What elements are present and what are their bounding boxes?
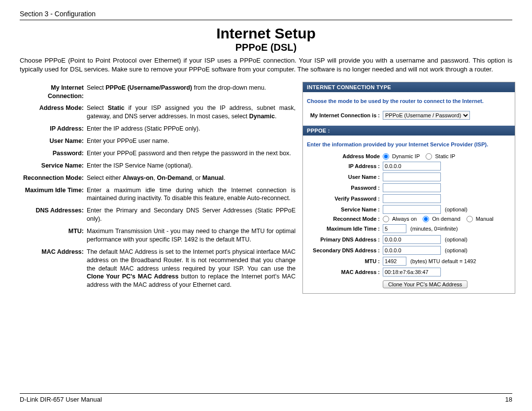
radio-on-demand[interactable] bbox=[423, 216, 429, 222]
term-user: User Name: bbox=[20, 135, 87, 147]
term-ip: IP Address: bbox=[20, 123, 87, 135]
verify-input[interactable] bbox=[383, 194, 441, 203]
mac-input[interactable] bbox=[383, 268, 441, 276]
desc-ip: Enter the IP address (Static PPPoE only)… bbox=[87, 123, 296, 135]
sdns-label: Secondary DNS Address : bbox=[307, 247, 383, 253]
sdns-input[interactable] bbox=[383, 246, 441, 255]
desc-address-mode: Select Static if your ISP assigned you t… bbox=[87, 102, 296, 123]
pdns-optional: (optional) bbox=[445, 237, 467, 242]
footer-page: 18 bbox=[505, 396, 512, 403]
service-label: Service Name : bbox=[307, 206, 383, 212]
desc-mac: The default MAC Address is set to the In… bbox=[87, 246, 296, 291]
desc-reconn: Select either Always-on, On-Demand, or M… bbox=[87, 172, 296, 184]
mtu-label: MTU : bbox=[307, 258, 383, 264]
idle-label: Maximum Idle Time : bbox=[307, 226, 383, 232]
definitions-column: My Internet Connection: Select PPPoE (Us… bbox=[20, 82, 296, 294]
radio-on-demand-label: On demand bbox=[432, 216, 460, 222]
page-title: Internet Setup bbox=[20, 25, 512, 42]
verify-label: Verify Password : bbox=[307, 196, 383, 202]
addr-mode-label: Address Mode bbox=[307, 153, 383, 159]
desc-mtu: Maximum Transmission Unit - you may need… bbox=[87, 225, 296, 246]
term-address-mode: Address Mode: bbox=[20, 102, 87, 123]
reconnect-label: Reconnect Mode : bbox=[307, 216, 383, 222]
mac-label: MAC Address : bbox=[307, 269, 383, 275]
clone-mac-button[interactable]: Clone Your PC's MAC Address bbox=[383, 280, 467, 288]
top-rule bbox=[20, 20, 512, 20]
desc-user: Enter your PPPoE user name. bbox=[87, 135, 296, 147]
mic-select[interactable]: PPPoE (Username / Password) bbox=[383, 111, 470, 120]
sdns-optional: (optional) bbox=[445, 247, 467, 253]
desc-pass: Enter your PPPoE password and then retyp… bbox=[87, 147, 296, 160]
router-panel: Internet Connection Type Choose the mode… bbox=[302, 82, 515, 294]
radio-manual-label: Manual bbox=[476, 216, 494, 222]
radio-always-on-label: Always on bbox=[392, 216, 417, 222]
panel-bar-connection-type: Internet Connection Type bbox=[303, 82, 515, 92]
term-mac: MAC Address: bbox=[20, 246, 87, 291]
term-dns: DNS Addresses: bbox=[20, 205, 87, 225]
radio-static-ip-label: Static IP bbox=[435, 153, 455, 159]
term-mtu: MTU: bbox=[20, 225, 87, 246]
page-subtitle: PPPoE (DSL) bbox=[20, 42, 512, 53]
pdns-input[interactable] bbox=[383, 235, 441, 244]
desc-dns: Enter the Primary and Secondary DNS Serv… bbox=[87, 205, 296, 225]
radio-dynamic-ip-label: Dynamic IP bbox=[392, 153, 420, 159]
radio-static-ip[interactable] bbox=[426, 153, 432, 160]
term-reconn: Reconnection Mode: bbox=[20, 172, 87, 184]
term-idle: Maximum Idle Time: bbox=[20, 184, 87, 205]
panel-bar-pppoe: PPPOE : bbox=[303, 126, 515, 136]
idle-units: (minutes, 0=infinite) bbox=[410, 226, 458, 232]
pass-input[interactable] bbox=[383, 183, 441, 192]
pass-label: Password : bbox=[307, 185, 383, 191]
user-label: User Name : bbox=[307, 174, 383, 180]
pdns-label: Primary DNS Address : bbox=[307, 237, 383, 242]
mtu-input[interactable] bbox=[383, 257, 406, 266]
service-input[interactable] bbox=[383, 205, 441, 214]
radio-always-on[interactable] bbox=[383, 216, 389, 222]
ip-input[interactable] bbox=[383, 162, 441, 171]
footer-manual: D-Link DIR-657 User Manual bbox=[20, 396, 102, 403]
term-pass: Password: bbox=[20, 147, 87, 160]
mtu-units: (bytes) MTU default = 1492 bbox=[410, 258, 476, 264]
ip-label: IP Address : bbox=[307, 163, 383, 169]
pppoe-info-text: Enter the information provided by your I… bbox=[307, 138, 511, 152]
user-input[interactable] bbox=[383, 172, 441, 181]
idle-input[interactable] bbox=[383, 224, 406, 233]
bottom-rule bbox=[20, 393, 512, 394]
term-my-internet: My Internet Connection: bbox=[20, 82, 87, 103]
desc-my-internet: Select PPPoE (Username/Password) from th… bbox=[87, 82, 296, 103]
service-optional: (optional) bbox=[445, 206, 467, 212]
radio-dynamic-ip[interactable] bbox=[383, 153, 389, 160]
definitions-table: My Internet Connection: Select PPPoE (Us… bbox=[20, 82, 296, 292]
router-ui-column: Internet Connection Type Choose the mode… bbox=[302, 82, 514, 294]
mic-label: My Internet Connection is : bbox=[307, 112, 383, 118]
term-service: Service Name: bbox=[20, 160, 87, 172]
radio-manual[interactable] bbox=[466, 216, 473, 222]
desc-idle: Enter a maximum idle time during which t… bbox=[87, 184, 296, 205]
choose-mode-text: Choose the mode to be used by the router… bbox=[307, 95, 511, 110]
intro-paragraph: Choose PPPoE (Point to Point Protocol ov… bbox=[20, 56, 512, 74]
desc-service: Enter the ISP Service Name (optional). bbox=[87, 160, 296, 172]
section-header: Section 3 - Configuration bbox=[20, 10, 512, 18]
